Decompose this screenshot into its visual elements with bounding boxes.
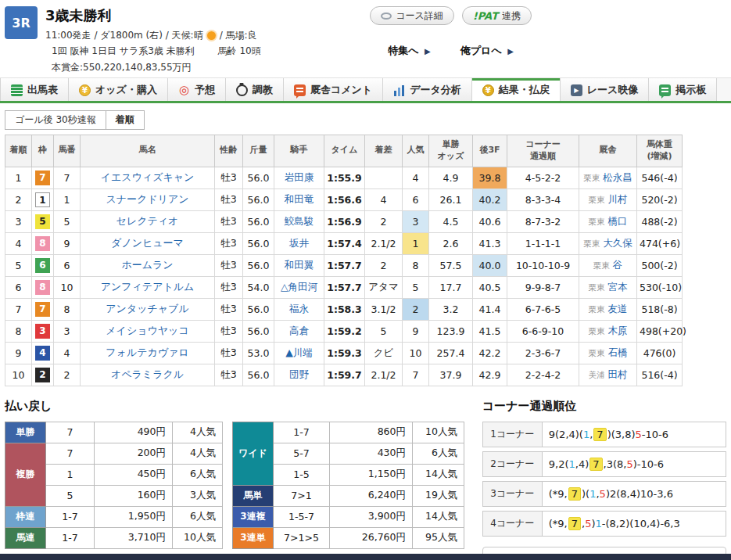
payout-popularity: 95人気 — [413, 527, 464, 548]
payout-type-label: 単勝 — [5, 422, 46, 443]
jockey-link[interactable]: 坂井 — [289, 237, 309, 249]
column-header: コーナー 通過順 — [507, 135, 579, 167]
win-odds-cell: 3.2 — [429, 298, 473, 320]
subtab-finish-order[interactable]: 着順 — [106, 111, 144, 129]
jockey-link[interactable]: 和田翼 — [285, 259, 314, 271]
corner-label: 2コーナー — [483, 452, 543, 476]
horse-name-link[interactable]: ダノンヒューマ — [111, 237, 184, 249]
bottom-section: 払い戻し 単勝7490円4人気複勝7200円4人気1450円6人気5160円3人… — [5, 399, 726, 560]
payout-row: 3連複1-5-73,900円14人気 — [233, 506, 464, 527]
tab-result-payout[interactable]: 結果・払戻 — [472, 78, 561, 101]
race-prize-money: 本賞金:550,220,140,83,55万円 — [52, 61, 261, 74]
corner-passage-cell: 4-5-2-2 — [507, 167, 579, 188]
column-header: タイム — [324, 135, 365, 167]
trainer-link[interactable]: 石橋 — [608, 346, 628, 358]
popularity-cell: 7 — [403, 364, 429, 386]
corner-heading: コーナー通過順位 — [482, 399, 726, 414]
orepro-link[interactable]: 俺プロへ ▶ — [460, 44, 514, 58]
horse-name-link[interactable]: フォルテカヴァロ — [106, 346, 188, 358]
trainer-link[interactable]: 橋口 — [608, 215, 628, 227]
payout-type-label: 3連複 — [233, 506, 274, 527]
time-cell: 1:57.4 — [324, 232, 365, 254]
trainer-link[interactable]: 宮本 — [608, 281, 628, 293]
sex-age-cell: 牡3 — [215, 232, 243, 254]
tab-entry[interactable]: 出馬表 — [0, 78, 69, 101]
trainer-link[interactable]: 大久保 — [603, 237, 632, 249]
frame-cell: 5 — [32, 210, 54, 232]
jockey-link[interactable]: 岩田康 — [285, 171, 314, 183]
trainer-link[interactable]: 谷 — [613, 259, 623, 271]
jockey-link[interactable]: 鮫島駿 — [285, 215, 314, 227]
corner-row: 2コーナー9,2(1,4)7,3(8,5)-10-6 — [482, 451, 726, 477]
time-cell: 1:59.3 — [324, 342, 365, 364]
horse-name-link[interactable]: アンタッチャブル — [106, 303, 188, 314]
last3f-cell: 41.5 — [473, 320, 507, 342]
horse-weight-cell: 474(+6) — [637, 232, 683, 254]
jockey-link[interactable]: 福永 — [289, 303, 309, 314]
tab-label: 結果・払戻 — [499, 83, 550, 97]
trainer-link[interactable]: 川村 — [608, 193, 628, 205]
jockey-link[interactable]: △角田河 — [281, 281, 317, 293]
tab-data-analysis[interactable]: データ分析 — [383, 78, 472, 101]
horse-name-link[interactable]: メイショウヤッコ — [106, 325, 188, 336]
tab-odds-purchase[interactable]: オッズ・購入 — [69, 78, 168, 101]
horse-name-link[interactable]: イエスウィズキャン — [101, 171, 195, 183]
tab-board[interactable]: 掲示板 — [649, 78, 717, 101]
horse-name-link[interactable]: アンフィテアトルム — [101, 281, 195, 293]
passage-segment: 7 — [568, 487, 581, 501]
corner-passage-cell: 8-7-3-2 — [507, 210, 579, 232]
passage-segment: 9(2,4)( — [549, 429, 583, 440]
feature-link[interactable]: 特集へ ▶ — [388, 44, 431, 58]
stable-cell: 栗東橋口 — [579, 210, 637, 232]
time-cell: 1:58.3 — [324, 298, 365, 320]
page: 3R 3歳未勝利 11:00発走 / ダ1800m (右) / 天候:晴 / 馬… — [0, 0, 731, 560]
popularity-cell: 3 — [403, 210, 429, 232]
jockey-link[interactable]: 高倉 — [289, 325, 309, 336]
popularity-cell: 4 — [403, 167, 429, 188]
jockey-link[interactable]: 団野 — [289, 368, 309, 380]
tab-label: 厩舎コメント — [310, 83, 372, 97]
payout-amount: 490円 — [95, 422, 173, 443]
ipat-button[interactable]: !PAT 連携 — [462, 6, 532, 25]
time-cell: 1:57.7 — [324, 276, 365, 298]
rank-cell: 2 — [5, 188, 32, 210]
race-video-icon — [571, 84, 582, 96]
horse-name-link[interactable]: セレクティオ — [116, 215, 179, 227]
passage-segment: )2(8,4)10-3,6 — [606, 488, 673, 500]
trainer-link[interactable]: 木原 — [608, 325, 628, 336]
jockey-link[interactable]: 和田竜 — [285, 193, 314, 205]
arrow-icon: ▶ — [507, 47, 514, 56]
trainer-link[interactable]: 松永昌 — [603, 171, 632, 183]
tab-stable-comment[interactable]: 厩舎コメント — [284, 78, 383, 101]
horse-name-link[interactable]: ホームラン — [121, 259, 173, 271]
payout-type-label: 馬連 — [5, 527, 46, 548]
horse-name-link[interactable]: オペラミラクル — [111, 368, 184, 380]
last3f-cell: 39.8 — [473, 167, 507, 188]
course-detail-button[interactable]: コース詳細 — [370, 6, 454, 25]
corner-passage-cell: 1-1-1-1 — [507, 232, 579, 254]
trainer-link[interactable]: 友道 — [608, 303, 628, 314]
horse-name-link[interactable]: スナークドリアン — [106, 193, 188, 205]
footer-bar — [0, 554, 731, 560]
jockey-link[interactable]: ▲川端 — [285, 346, 313, 358]
margin-cell: クビ — [365, 342, 403, 364]
win-odds-cell: 4.9 — [429, 167, 473, 188]
stable-region: 栗東 — [593, 260, 610, 270]
tab-prediction[interactable]: 予想 — [168, 78, 226, 101]
tab-label: 出馬表 — [27, 83, 58, 97]
stable-region: 栗東 — [589, 304, 605, 314]
column-header: 単勝 オッズ — [429, 135, 473, 167]
jockey-cell: 和田翼 — [274, 254, 324, 276]
trainer-link[interactable]: 田村 — [608, 368, 628, 380]
popularity-cell: 6 — [403, 188, 429, 210]
horse-weight-cell: 516(-4) — [637, 364, 683, 386]
subtab-flash-report[interactable]: ゴール後 30秒速報 — [5, 111, 106, 129]
tab-race-video[interactable]: レース映像 — [561, 78, 650, 101]
training-icon — [236, 84, 248, 96]
corner-passage: 9(2,4)(1,7)(3,8)5-10-6 — [543, 422, 726, 447]
time-cell: 1:59.2 — [324, 320, 365, 342]
tab-training[interactable]: 調教 — [226, 78, 284, 101]
payout-amount: 6,240円 — [330, 485, 413, 506]
column-header: 着順 — [5, 135, 32, 167]
payout-table-right: ワイド1-7860円10人気5-7430円6人気1-51,150円14人気馬単7… — [232, 422, 464, 549]
